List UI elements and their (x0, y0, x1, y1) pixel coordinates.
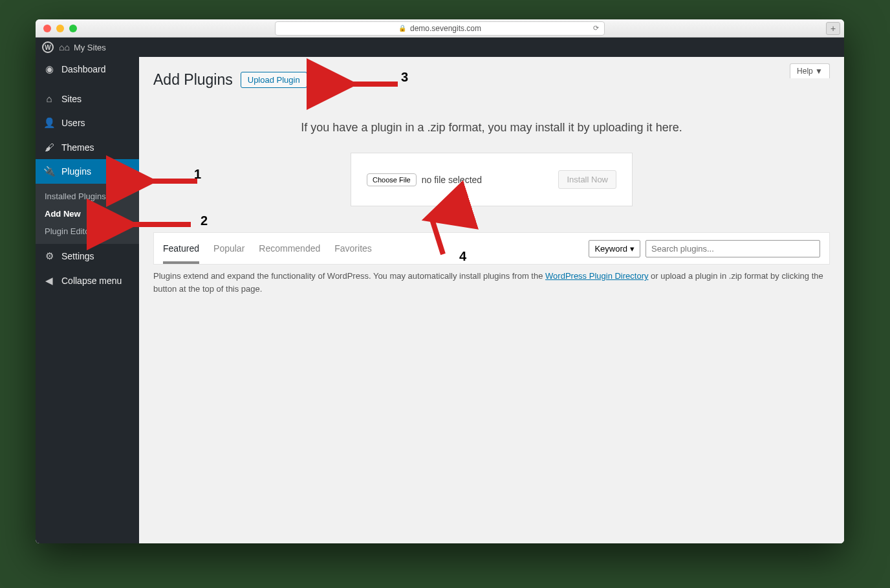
network-icon: ⌂⌂ (59, 42, 70, 52)
sidebar-item-label: Collapse menu (61, 276, 122, 286)
users-icon: 👤 (43, 117, 55, 129)
file-status-text: no file selected (422, 175, 482, 185)
chevron-down-icon: ▼ (815, 67, 823, 76)
sidebar-item-dashboard[interactable]: ◉ Dashboard (36, 57, 139, 82)
filter-tab-popular[interactable]: Popular (213, 239, 244, 264)
install-now-button[interactable]: Install Now (558, 170, 616, 189)
plugin-filter-bar: Featured Popular Recommended Favorites K… (153, 232, 830, 265)
address-bar[interactable]: 🔒 demo.sevengits.com ⟳ (275, 21, 605, 36)
submenu-plugin-editor[interactable]: Plugin Editor (36, 223, 139, 240)
macos-titlebar: 🔒 demo.sevengits.com ⟳ + (36, 19, 844, 38)
help-label: Help (797, 67, 813, 76)
new-tab-button[interactable]: + (826, 22, 840, 35)
choose-file-button[interactable]: Choose File (367, 173, 417, 186)
sidebar-item-label: Themes (61, 142, 94, 153)
reload-icon[interactable]: ⟳ (593, 24, 599, 32)
window-controls (43, 25, 77, 32)
lock-icon: 🔒 (398, 25, 406, 32)
annotation-label-4: 4 (459, 249, 466, 264)
wp-body: ◉ Dashboard ⌂ Sites 👤 Users 🖌 Themes 🔌 P… (36, 57, 844, 543)
plugins-description: Plugins extend and expand the functional… (153, 270, 830, 295)
help-tab[interactable]: Help ▼ (790, 63, 830, 78)
upload-form: Choose File no file selected Install Now (351, 153, 633, 206)
sidebar-item-sites[interactable]: ⌂ Sites (36, 87, 139, 111)
mysites-label: My Sites (74, 43, 106, 52)
chevron-down-icon: ▾ (630, 244, 635, 254)
filter-tabs: Featured Popular Recommended Favorites (163, 239, 372, 264)
desc-prefix: Plugins extend and expand the functional… (153, 271, 545, 281)
wordpress-logo-icon[interactable]: W (42, 41, 54, 53)
wp-plugin-directory-link[interactable]: WordPress Plugin Directory (545, 271, 648, 281)
mysites-menu[interactable]: ⌂⌂ My Sites (59, 42, 106, 52)
submenu-installed-plugins[interactable]: Installed Plugins (36, 188, 139, 205)
search-type-select[interactable]: Keyword ▾ (589, 240, 640, 257)
sidebar-item-label: Sites (61, 94, 81, 104)
plugins-submenu: Installed Plugins Add New Plugin Editor (36, 184, 139, 244)
annotation-label-1: 1 (194, 167, 201, 182)
keyword-label: Keyword (594, 244, 627, 254)
sidebar-item-label: Plugins (61, 166, 91, 177)
sidebar-collapse-menu[interactable]: ◀ Collapse menu (36, 268, 139, 293)
search-controls: Keyword ▾ (589, 240, 820, 264)
url-text: demo.sevengits.com (410, 24, 481, 33)
browser-window: 🔒 demo.sevengits.com ⟳ + W ⌂⌂ My Sites ◉… (36, 19, 844, 543)
sites-icon: ⌂ (43, 93, 55, 104)
sidebar-item-label: Settings (61, 251, 94, 261)
themes-icon: 🖌 (43, 142, 55, 153)
minimize-window-icon[interactable] (56, 25, 64, 32)
submenu-add-new[interactable]: Add New (36, 205, 139, 223)
collapse-icon: ◀ (43, 275, 55, 287)
sidebar-item-plugins[interactable]: 🔌 Plugins (36, 159, 139, 184)
sidebar-item-label: Dashboard (61, 64, 106, 74)
filter-tab-recommended[interactable]: Recommended (259, 239, 320, 264)
plugins-icon: 🔌 (43, 166, 55, 177)
sidebar-item-users[interactable]: 👤 Users (36, 111, 139, 135)
annotation-label-2: 2 (201, 213, 208, 228)
annotation-label-3: 3 (401, 70, 408, 85)
wp-admin-bar: W ⌂⌂ My Sites (36, 38, 844, 57)
settings-icon: ⚙ (43, 250, 55, 262)
page-header: Add Plugins Upload Plugin (153, 71, 830, 89)
upload-hint-text: If you have a plugin in a .zip format, y… (153, 121, 830, 135)
page-title: Add Plugins (153, 71, 233, 89)
main-content: Help ▼ Add Plugins Upload Plugin If you … (139, 57, 844, 543)
sidebar-item-settings[interactable]: ⚙ Settings (36, 244, 139, 268)
sidebar-item-themes[interactable]: 🖌 Themes (36, 135, 139, 159)
close-window-icon[interactable] (43, 25, 51, 32)
sidebar-item-label: Users (61, 118, 85, 128)
maximize-window-icon[interactable] (69, 25, 77, 32)
dashboard-icon: ◉ (43, 63, 55, 75)
filter-tab-favorites[interactable]: Favorites (334, 239, 372, 264)
search-plugins-input[interactable] (646, 240, 820, 257)
upload-plugin-button[interactable]: Upload Plugin (241, 72, 307, 88)
admin-sidebar: ◉ Dashboard ⌂ Sites 👤 Users 🖌 Themes 🔌 P… (36, 57, 139, 543)
filter-tab-featured[interactable]: Featured (163, 239, 199, 264)
